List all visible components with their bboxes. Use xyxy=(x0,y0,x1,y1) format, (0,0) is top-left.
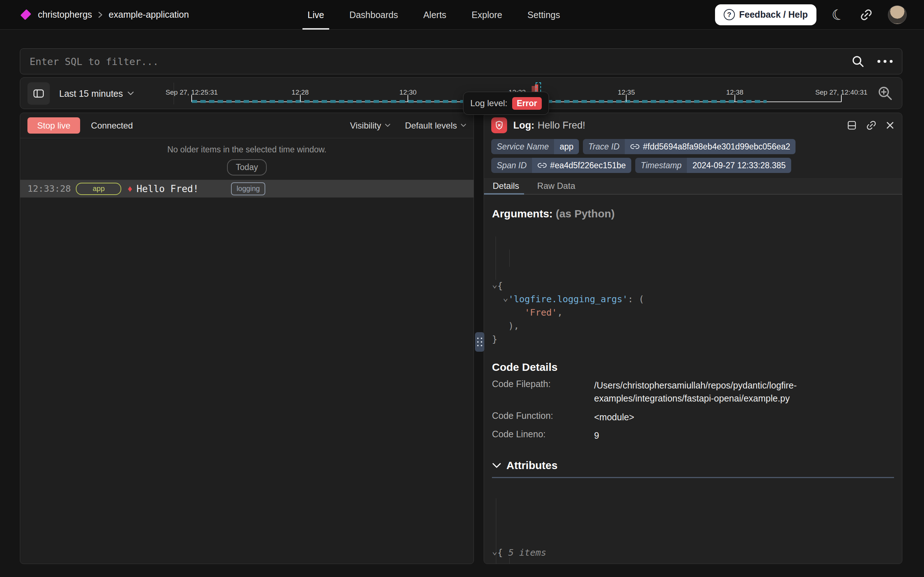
time-range-selector[interactable]: Last 15 minutes xyxy=(59,77,134,110)
tab-raw-data[interactable]: Raw Data xyxy=(536,178,576,194)
trace-id-badge[interactable]: Trace ID #fdd5694a8fa98eb4e301d99ebc056e… xyxy=(583,139,796,154)
user-avatar[interactable] xyxy=(888,5,907,24)
span-id-badge[interactable]: Span ID #ea4d5f226ec151be xyxy=(491,158,631,173)
connection-status: Connected xyxy=(91,121,133,131)
chevron-right-icon xyxy=(98,11,103,18)
error-level-diamond-icon: ♦ xyxy=(127,184,132,193)
breadcrumb-org[interactable]: christophergs xyxy=(38,10,92,20)
nav-item-dashboards[interactable]: Dashboards xyxy=(344,0,403,30)
breadcrumb: christophergs example-application xyxy=(38,10,189,20)
attributes-collapse-header[interactable]: Attributes xyxy=(492,459,894,472)
collapse-toggle-icon[interactable]: ⌄ xyxy=(492,278,497,291)
dark-mode-toggle-moon-icon[interactable]: ☾ xyxy=(830,6,846,23)
detail-tabs: Details Raw Data xyxy=(484,178,902,195)
zoom-in-icon[interactable] xyxy=(877,85,893,102)
arguments-code-block: ⌄{ ⌄'logfire.logging_args': ( 'Fred', ),… xyxy=(492,226,894,346)
metadata-badges: Service Name app Trace ID #fdd5694a8fa98… xyxy=(484,136,831,173)
chevron-down-icon xyxy=(492,463,501,468)
question-circle-icon: ? xyxy=(724,9,735,20)
chevron-down-icon xyxy=(461,124,466,127)
more-options-icon[interactable] xyxy=(877,60,893,63)
copy-link-icon[interactable] xyxy=(866,120,877,131)
error-shield-icon xyxy=(491,118,507,133)
chevron-down-icon xyxy=(385,124,390,127)
scope-tag[interactable]: logging xyxy=(231,182,265,195)
nav-right: ? Feedback / Help ☾ xyxy=(715,4,907,25)
attributes-code-block: ⌄{ 5 items "code.lineno": 9, "code.funct… xyxy=(492,486,894,564)
sidebar-toggle-button[interactable] xyxy=(27,82,50,105)
chevron-down-icon xyxy=(127,91,134,96)
code-function-row: Code Function: <module> xyxy=(492,411,894,424)
open-in-panel-icon[interactable] xyxy=(847,120,857,131)
feedback-help-label: Feedback / Help xyxy=(739,10,808,20)
panel-resize-handle[interactable] xyxy=(475,332,484,352)
nav-item-alerts[interactable]: Alerts xyxy=(418,0,452,30)
primary-nav: Live Dashboards Alerts Explore Settings xyxy=(302,0,565,30)
collapse-toggle-icon[interactable]: ⌄ xyxy=(492,544,497,559)
timestamp-badge: Timestamp 2024-09-27 12:33:28.385 xyxy=(635,158,791,173)
log-level-tooltip: Log level: Error xyxy=(463,92,549,115)
default-levels-dropdown[interactable]: Default levels xyxy=(405,121,466,131)
empty-window-message: No older items in the selected time wind… xyxy=(20,145,474,155)
nav-item-settings[interactable]: Settings xyxy=(522,0,565,30)
tab-details[interactable]: Details xyxy=(492,178,520,194)
nav-item-explore[interactable]: Explore xyxy=(467,0,508,30)
stop-live-button[interactable]: Stop live xyxy=(27,118,80,134)
top-nav: christophergs example-application Live D… xyxy=(0,0,924,30)
link-icon xyxy=(630,142,640,151)
close-icon[interactable] xyxy=(885,121,895,130)
detail-header: Log:Hello Fred! xyxy=(484,113,902,136)
code-lineno-row: Code Lineno: 9 xyxy=(492,429,894,442)
tooltip-label: Log level: xyxy=(470,98,508,108)
code-filepath-row: Code Filepath: /Users/christophersamiull… xyxy=(492,379,894,405)
feedback-help-button[interactable]: ? Feedback / Help xyxy=(715,4,816,25)
sql-filter-input[interactable] xyxy=(30,56,844,67)
detail-title: Log:Hello Fred! xyxy=(513,120,585,131)
detail-content: Arguments: (as Python) ⌄{ ⌄'logfire.logg… xyxy=(484,208,902,564)
live-logs-panel: Stop live Connected Visibility Default l… xyxy=(20,113,474,564)
error-level-badge: Error xyxy=(512,97,542,110)
collapse-toggle-icon[interactable]: ⌄ xyxy=(503,291,508,305)
today-button[interactable]: Today xyxy=(227,159,267,176)
attributes-divider xyxy=(492,477,894,478)
breadcrumb-project[interactable]: example-application xyxy=(109,10,189,20)
arguments-heading: Arguments: (as Python) xyxy=(492,208,894,220)
log-detail-panel: Log:Hello Fred! Service Name app Tra xyxy=(484,113,902,564)
code-details-heading: Code Details xyxy=(492,361,894,373)
nav-item-live[interactable]: Live xyxy=(302,0,329,30)
service-name-badge: Service Name app xyxy=(491,139,579,154)
sql-filter-bar xyxy=(20,48,902,74)
live-panel-header: Stop live Connected Visibility Default l… xyxy=(20,113,474,138)
log-timestamp: 12:33:28 xyxy=(27,184,71,194)
time-range-label: Last 15 minutes xyxy=(59,89,123,99)
link-icon xyxy=(537,161,547,170)
time-range-bar: Last 15 minutes Sep 27, 12:25:31 12:28 1… xyxy=(20,77,902,109)
log-message: Hello Fred! xyxy=(137,184,199,194)
log-row-selected[interactable]: 12:33:28 app ♦ Hello Fred! logging xyxy=(20,180,474,198)
logfire-live-page: christophergs example-application Live D… xyxy=(0,0,924,577)
visibility-dropdown[interactable]: Visibility xyxy=(350,121,390,131)
service-tag[interactable]: app xyxy=(76,183,121,195)
logfire-logo-icon[interactable] xyxy=(20,9,31,20)
search-icon[interactable] xyxy=(852,55,865,68)
share-link-icon[interactable] xyxy=(860,8,873,21)
